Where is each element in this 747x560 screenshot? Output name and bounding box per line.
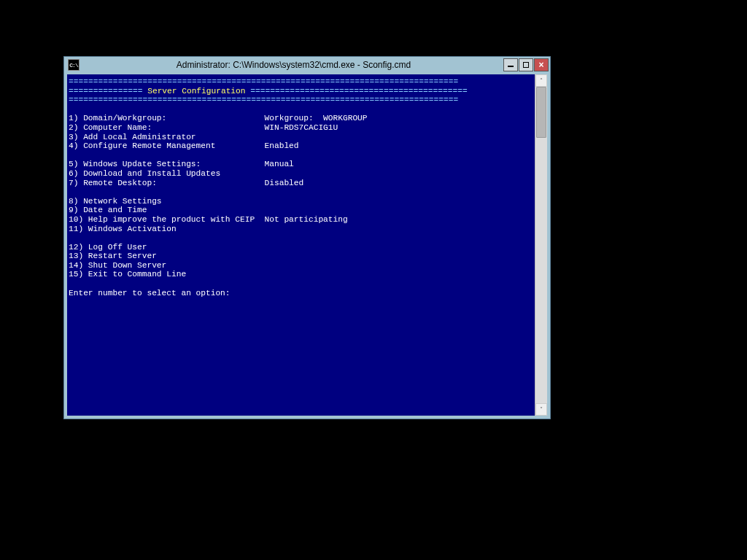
divider: ===============	[69, 87, 147, 96]
window-title: Administrator: C:\Windows\system32\cmd.e…	[177, 60, 411, 70]
divider: ========================================…	[69, 77, 458, 86]
scrollbar[interactable]: ˄ ˅	[535, 74, 547, 416]
minimize-icon	[508, 66, 514, 67]
close-button[interactable]: ×	[534, 58, 549, 71]
scroll-down-button[interactable]: ˅	[535, 403, 547, 416]
scroll-track[interactable]	[535, 87, 547, 403]
scroll-up-button[interactable]: ˄	[535, 74, 547, 87]
close-icon: ×	[538, 60, 543, 70]
cmd-icon: C:\	[68, 59, 80, 71]
menu-items: 1) Domain/Workgroup: Workgroup: WORKGROU…	[69, 114, 368, 279]
chevron-down-icon: ˅	[540, 406, 543, 413]
divider: ========================================…	[246, 87, 468, 96]
minimize-button[interactable]	[503, 58, 518, 71]
chevron-up-icon: ˄	[540, 77, 543, 84]
prompt-text: Enter number to select an option:	[69, 289, 231, 298]
titlebar[interactable]: C:\ Administrator: C:\Windows\system32\c…	[64, 57, 550, 73]
client-area: ========================================…	[64, 73, 550, 419]
maximize-button[interactable]	[519, 58, 533, 71]
console-window: C:\ Administrator: C:\Windows\system32\c…	[63, 56, 551, 419]
divider: ========================================…	[69, 96, 458, 104]
maximize-icon	[523, 62, 529, 68]
header-title: Server Configuration	[147, 87, 245, 96]
scroll-thumb[interactable]	[536, 87, 546, 138]
console-output[interactable]: ========================================…	[67, 74, 535, 416]
window-controls: ×	[503, 58, 549, 71]
